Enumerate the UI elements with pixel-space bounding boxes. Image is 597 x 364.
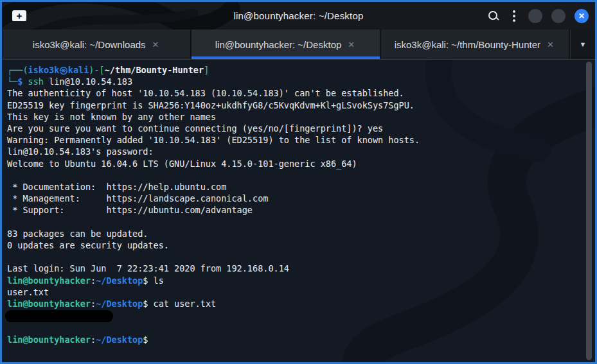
tab-close-icon[interactable]: ✕ xyxy=(348,40,355,49)
tab[interactable]: isko3k@kali: ~/Downloads✕ xyxy=(3,30,190,59)
tab[interactable]: isko3k@kali: ~/thm/Bounty-Hunter✕ xyxy=(381,30,569,59)
terminal-line: * Management: https://landscape.canonica… xyxy=(7,193,578,204)
chevron-down-icon: ▼ xyxy=(580,40,587,48)
tab-bar-tabs: isko3k@kali: ~/Downloads✕lin@bountyhacke… xyxy=(2,30,570,59)
terminal-line: └─$ ssh lin@10.10.54.183 xyxy=(7,76,578,87)
terminal-line xyxy=(7,169,578,181)
terminal-window: + lin@bountyhacker: ~/Desktop ✕ isko3k@k… xyxy=(0,0,597,364)
tab-label: lin@bountyhacker: ~/Desktop xyxy=(209,39,348,50)
terminal-line: Are you sure you want to continue connec… xyxy=(7,123,578,134)
tab-close-icon[interactable]: ✕ xyxy=(152,40,159,49)
terminal-line: user.txt xyxy=(7,286,578,298)
tab-list-dropdown-button[interactable]: ▼ xyxy=(570,30,595,59)
maximize-button[interactable] xyxy=(551,9,566,23)
title-bar[interactable]: + lin@bountyhacker: ~/Desktop ✕ xyxy=(2,2,595,30)
tab-label: isko3k@kali: ~/Downloads xyxy=(26,39,152,50)
terminal-line: lin@10.10.54.183's password: xyxy=(7,146,578,157)
terminal-line: Warning: Permanently added '10.10.54.183… xyxy=(7,134,578,146)
terminal-line xyxy=(7,322,578,334)
plus-glyph: + xyxy=(17,12,22,21)
new-tab-icon[interactable]: + xyxy=(12,10,26,21)
tab-close-icon[interactable]: ✕ xyxy=(547,40,554,49)
terminal-line: lin@bountyhacker:~/Desktop$ cat user.txt xyxy=(7,298,578,309)
search-icon[interactable] xyxy=(487,10,500,22)
terminal-line: ┌──(isko3k㉿kali)-[~/thm/Bounty-Hunter] xyxy=(7,64,578,76)
terminal-line: ED25519 key fingerprint is SHA256:Y140oz… xyxy=(7,100,578,111)
terminal-line: * Support: https://ubuntu.com/advantage xyxy=(7,204,578,216)
terminal-line: lin@bountyhacker:~/Desktop$ ls xyxy=(7,275,578,286)
tab[interactable]: lin@bountyhacker: ~/Desktop✕ xyxy=(192,30,379,59)
terminal-line xyxy=(7,251,578,263)
tab-bar: isko3k@kali: ~/Downloads✕lin@bountyhacke… xyxy=(2,30,595,59)
redacted-flag-line xyxy=(7,309,578,322)
terminal-viewport[interactable]: ┌──(isko3k㉿kali)-[~/thm/Bounty-Hunter]└─… xyxy=(2,59,595,362)
terminal-line xyxy=(7,216,578,228)
terminal-line: Last login: Sun Jun 7 22:23:41 2020 from… xyxy=(7,263,578,274)
redaction-bar xyxy=(5,310,113,322)
scrollbar-thumb[interactable] xyxy=(586,62,592,360)
terminal-line: Welcome to Ubuntu 16.04.6 LTS (GNU/Linux… xyxy=(7,158,578,169)
close-icon: ✕ xyxy=(578,12,585,20)
tab-label: isko3k@kali: ~/thm/Bounty-Hunter xyxy=(388,39,547,50)
terminal-output: ┌──(isko3k㉿kali)-[~/thm/Bounty-Hunter]└─… xyxy=(7,64,578,345)
terminal-line: lin@bountyhacker:~/Desktop$ xyxy=(7,334,578,345)
close-button[interactable]: ✕ xyxy=(575,9,589,23)
terminal-line: 0 updates are security updates. xyxy=(7,239,578,251)
terminal-line: * Documentation: https://help.ubuntu.com xyxy=(7,181,578,193)
terminal-line: The authenticity of host '10.10.54.183 (… xyxy=(7,87,578,99)
menu-kebab-icon[interactable] xyxy=(509,8,519,24)
minimize-button[interactable] xyxy=(528,9,542,23)
terminal-line: 83 packages can be updated. xyxy=(7,228,578,239)
terminal-line: This key is not known by any other names xyxy=(7,111,578,123)
